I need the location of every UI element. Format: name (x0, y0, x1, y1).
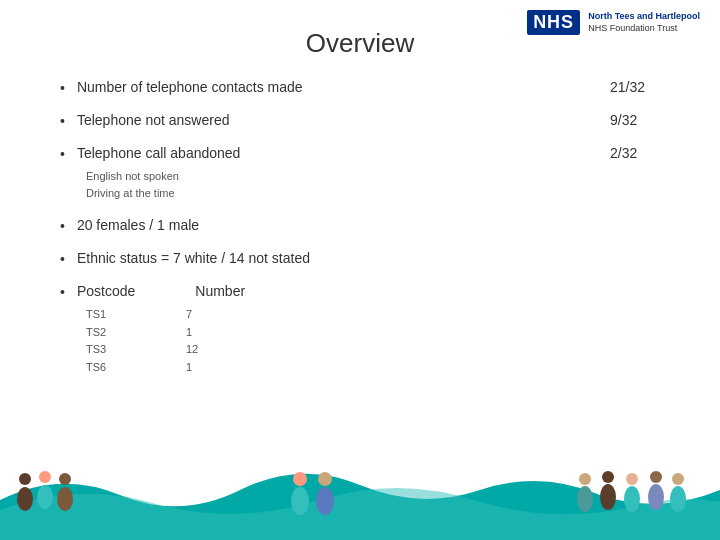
not-answered-section: • Telephone not answered 9/32 (60, 112, 660, 129)
svg-point-11 (577, 486, 593, 512)
svg-point-6 (293, 472, 307, 486)
svg-point-4 (59, 473, 71, 485)
trust-name-line1: North Tees and Hartlepool (588, 11, 700, 23)
gender-label: 20 females / 1 male (77, 217, 660, 233)
people-middle (280, 465, 360, 525)
postcode-row-ts1: TS1 7 (86, 306, 660, 324)
abandoned-row: • Telephone call abandoned 2/32 (60, 145, 660, 162)
gender-row: • 20 females / 1 male (60, 217, 660, 234)
abandoned-section: • Telephone call abandoned 2/32 English … (60, 145, 660, 201)
svg-point-9 (316, 487, 334, 515)
nhs-blue-text: NHS (527, 10, 580, 35)
svg-point-19 (670, 486, 686, 512)
abandoned-sub-items: English not spoken Driving at the time (86, 168, 660, 201)
sub-item-driving: Driving at the time (86, 185, 660, 202)
postcode-row-ts3: TS3 12 (86, 341, 660, 359)
people-left (10, 467, 90, 522)
not-answered-label: Telephone not answered (77, 112, 570, 128)
svg-point-16 (650, 471, 662, 483)
postcode-ts3: TS3 (86, 341, 126, 359)
bullet-6: • (60, 284, 65, 300)
svg-point-1 (17, 487, 33, 511)
nhs-trust-text: North Tees and Hartlepool NHS Foundation… (588, 11, 700, 34)
postcode-ts2: TS2 (86, 324, 126, 342)
svg-point-14 (626, 473, 638, 485)
bullet-4: • (60, 218, 65, 234)
svg-point-12 (602, 471, 614, 483)
not-answered-row: • Telephone not answered 9/32 (60, 112, 660, 129)
people-right (570, 465, 690, 525)
svg-point-5 (57, 487, 73, 511)
postcode-ts6: TS6 (86, 359, 126, 377)
ethnicity-label: Ethnic status = 7 white / 14 not stated (77, 250, 660, 266)
postcode-headers: Postcode Number (77, 283, 245, 299)
contacts-value: 21/32 (610, 79, 660, 95)
nhs-logo: NHS North Tees and Hartlepool NHS Founda… (527, 10, 700, 35)
not-answered-content: Telephone not answered 9/32 (77, 112, 660, 128)
postcode-table: TS1 7 TS2 1 TS3 12 TS6 1 (86, 306, 660, 376)
number-ts3: 12 (186, 341, 226, 359)
number-ts2: 1 (186, 324, 226, 342)
svg-point-0 (19, 473, 31, 485)
ethnicity-section: • Ethnic status = 7 white / 14 not state… (60, 250, 660, 267)
postcode-section: • Postcode Number TS1 7 TS2 1 TS3 12 (60, 283, 660, 376)
abandoned-label: Telephone call abandoned (77, 145, 570, 161)
number-ts1: 7 (186, 306, 226, 324)
contacts-row: • Number of telephone contacts made 21/3… (60, 79, 660, 96)
postcode-row-ts6: TS6 1 (86, 359, 660, 377)
trust-name-line2: NHS Foundation Trust (588, 23, 700, 35)
not-answered-value: 9/32 (610, 112, 660, 128)
contacts-label: Number of telephone contacts made (77, 79, 570, 95)
svg-point-10 (579, 473, 591, 485)
bullet-1: • (60, 80, 65, 96)
contacts-content: Number of telephone contacts made 21/32 (77, 79, 660, 95)
svg-point-18 (672, 473, 684, 485)
main-content: • Number of telephone contacts made 21/3… (0, 79, 720, 376)
svg-point-7 (291, 487, 309, 515)
postcode-ts1: TS1 (86, 306, 126, 324)
number-ts6: 1 (186, 359, 226, 377)
contacts-section: • Number of telephone contacts made 21/3… (60, 79, 660, 96)
number-header-label: Number (195, 283, 245, 299)
page: NHS North Tees and Hartlepool NHS Founda… (0, 0, 720, 540)
postcode-row-ts2: TS2 1 (86, 324, 660, 342)
postcode-header-row: • Postcode Number (60, 283, 660, 300)
bullet-2: • (60, 113, 65, 129)
svg-point-15 (624, 486, 640, 512)
postcode-header-label: Postcode (77, 283, 135, 299)
sub-item-english: English not spoken (86, 168, 660, 185)
gender-section: • 20 females / 1 male (60, 217, 660, 234)
bullet-3: • (60, 146, 65, 162)
abandoned-content: Telephone call abandoned 2/32 (77, 145, 660, 161)
bottom-decoration (0, 460, 720, 540)
svg-point-13 (600, 484, 616, 510)
bullet-5: • (60, 251, 65, 267)
svg-point-17 (648, 484, 664, 510)
ethnicity-row: • Ethnic status = 7 white / 14 not state… (60, 250, 660, 267)
svg-point-8 (318, 472, 332, 486)
svg-point-2 (39, 471, 51, 483)
svg-point-3 (37, 485, 53, 509)
abandoned-value: 2/32 (610, 145, 660, 161)
